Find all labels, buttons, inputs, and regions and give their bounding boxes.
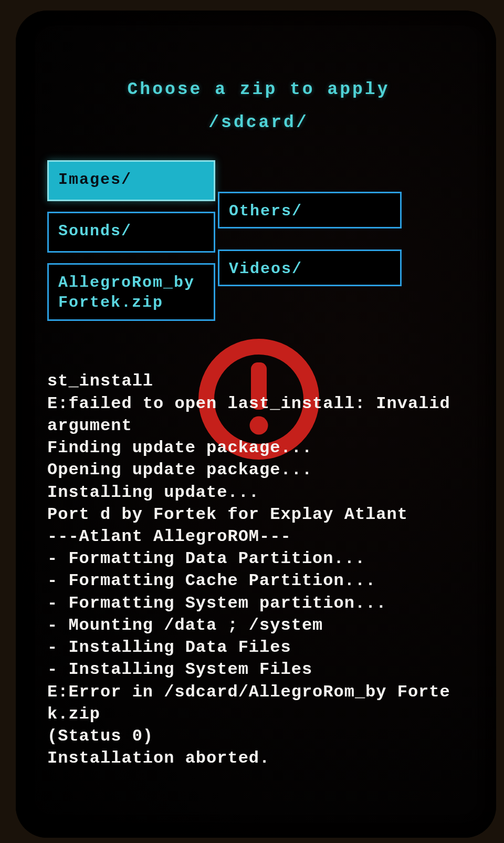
screen-header: Choose a zip to apply /sdcard/ (47, 74, 470, 139)
recovery-screen: Choose a zip to apply /sdcard/ Images/ O… (47, 74, 470, 811)
file-item-allegro-zip[interactable]: AllegroRom_by Fortek.zip (47, 263, 215, 321)
file-label: Others/ (229, 202, 302, 220)
file-item-sounds[interactable]: Sounds/ (47, 212, 215, 253)
header-path: /sdcard/ (47, 107, 470, 140)
file-label: Sounds/ (58, 222, 132, 240)
file-item-images[interactable]: Images/ (47, 160, 215, 201)
file-browser: Images/ Others/ Sounds/ Videos/ AllegroR… (47, 160, 470, 349)
file-label: AllegroRom_by Fortek.zip (58, 274, 195, 311)
file-item-videos[interactable]: Videos/ (218, 249, 402, 286)
file-item-others[interactable]: Others/ (218, 192, 402, 228)
install-log: st_install E:failed to open last_install… (47, 370, 470, 769)
file-label: Images/ (58, 171, 132, 189)
phone-frame: Choose a zip to apply /sdcard/ Images/ O… (16, 11, 496, 838)
log-area: st_install E:failed to open last_install… (47, 370, 470, 769)
header-title: Choose a zip to apply (47, 74, 470, 107)
file-label: Videos/ (229, 260, 302, 278)
